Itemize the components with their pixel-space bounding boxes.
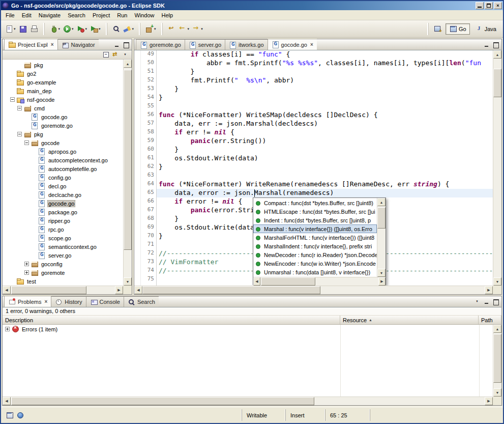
menu-project[interactable]: Project [89, 11, 113, 20]
tree-item-goconfig[interactable]: goconfig [3, 260, 123, 268]
scroll-left-button[interactable]: ◀ [253, 277, 260, 286]
code-line[interactable]: } [157, 94, 493, 102]
menu-run[interactable]: Run [113, 11, 131, 20]
code-line[interactable]: abbr = fmt.Sprintf("%s %s%s", classes[i]… [157, 59, 493, 68]
tree-item-autocompletecontext-go[interactable]: autocompletecontext.go [3, 156, 123, 164]
code-line[interactable]: if classes[i] == "func" { [157, 50, 493, 59]
sidebar-vertical-scrollbar[interactable]: ▲▼ [123, 60, 132, 286]
problems-tab-search[interactable]: Search [124, 296, 159, 307]
dropdown-arrow-icon[interactable]: ▾ [99, 27, 101, 31]
editor-horizontal-scrollbar[interactable]: ◀▶ [134, 286, 493, 294]
toolbar-back-button[interactable]: ▾ [178, 23, 191, 35]
problems-tab-history[interactable]: History [51, 296, 86, 307]
toolbar-external-tools-button[interactable]: ▾ [89, 23, 102, 35]
column-header-description[interactable]: Description [3, 316, 340, 324]
menu-file[interactable]: File [2, 11, 18, 20]
tree-item-pkg[interactable]: pkg [3, 61, 123, 69]
code-line[interactable]: } [157, 163, 493, 172]
tree-item-config-go[interactable]: config.go [3, 173, 123, 182]
scroll-track[interactable] [142, 286, 485, 294]
scroll-up-button[interactable]: ▲ [493, 325, 501, 333]
tree-item-declcache-go[interactable]: declcache.go [3, 190, 123, 199]
code-line[interactable]: fmt.Printf(" %s\n", abbr) [157, 76, 493, 85]
scroll-thumb[interactable] [261, 277, 315, 286]
expand-handle[interactable] [24, 140, 29, 145]
scroll-right-button[interactable]: ▶ [485, 286, 493, 294]
tree-item-scope-go[interactable]: scope.go [3, 234, 123, 242]
scroll-thumb[interactable] [11, 286, 86, 294]
scroll-track[interactable] [11, 397, 485, 405]
tree-item-nsf-gocode[interactable]: nsf-gocode [3, 95, 123, 104]
menu-help[interactable]: Help [158, 11, 177, 20]
scroll-down-button[interactable]: ▼ [493, 388, 501, 397]
scroll-track[interactable] [11, 286, 115, 294]
open-perspective-button[interactable] [433, 23, 443, 35]
current-line[interactable]: data, error := json.Marshal(renamedescs) [157, 189, 493, 197]
editor-maximize-button[interactable] [492, 41, 500, 48]
link-with-editor-icon[interactable] [112, 51, 120, 59]
scroll-left-button[interactable]: ◀ [3, 397, 11, 405]
fast-view-icon[interactable] [6, 411, 14, 419]
tree-item-semanticcontext-go[interactable]: semanticcontext.go [3, 242, 123, 251]
tree-item-pkg[interactable]: pkg [3, 130, 123, 138]
column-header-resource[interactable]: Resource▲ [340, 316, 479, 324]
code-line[interactable]: func (*NiceFormatter) WriteSMap(decldesc… [157, 111, 493, 120]
sidebar-maximize-button[interactable] [122, 41, 130, 48]
autocomplete-item[interactable]: Unmarshal : func(data []uint8, v interfa… [253, 268, 377, 276]
editor-tab-server-go[interactable]: server.go [185, 39, 225, 50]
tree-item-package-go[interactable]: package.go [3, 208, 123, 216]
problems-vertical-scrollbar[interactable]: ▲▼ [493, 325, 501, 397]
scroll-track[interactable] [377, 206, 386, 269]
dropdown-arrow-icon[interactable]: ▾ [58, 27, 61, 31]
toolbar-open-type-button[interactable] [111, 23, 122, 35]
code-line[interactable]: } [157, 146, 493, 154]
editor-vertical-scrollbar[interactable]: ▲▼ [493, 50, 501, 286]
autocomplete-vertical-scrollbar[interactable]: ▲▼ [377, 198, 386, 277]
scroll-down-button[interactable]: ▼ [377, 269, 386, 277]
scroll-track[interactable] [493, 333, 501, 388]
menu-search[interactable]: Search [64, 11, 89, 20]
toolbar-print-button[interactable] [29, 23, 39, 35]
expand-handle[interactable] [24, 262, 29, 266]
line-number-ruler[interactable]: 4950515253545556575859606162636465666768… [141, 50, 157, 286]
scroll-up-button[interactable]: ▲ [493, 50, 501, 59]
tree-item-cmd[interactable]: cmd [3, 104, 123, 112]
problems-tab-problems[interactable]: Problems× [4, 296, 51, 307]
dropdown-arrow-icon[interactable]: ▾ [72, 27, 74, 31]
tree-item-server-go[interactable]: server.go [3, 251, 123, 260]
tree-item-rpc-go[interactable]: rpc.go [3, 225, 123, 234]
scroll-track[interactable] [124, 68, 132, 277]
expand-handle[interactable] [24, 270, 29, 275]
tree-item-goremote[interactable]: goremote [3, 268, 123, 277]
tree-item-main-dep[interactable]: main_dep [3, 87, 123, 95]
toolbar-new-wizard-button[interactable]: ▾ [4, 23, 17, 35]
problems-view-menu-icon[interactable] [473, 298, 482, 305]
code-line[interactable]: if err != nil { [157, 128, 493, 137]
tree-item-gocode-go[interactable]: gocode.go [3, 199, 123, 208]
expand-handle[interactable] [17, 132, 22, 136]
scroll-track[interactable] [260, 277, 378, 286]
tree-item-ripper-go[interactable]: ripper.go [3, 216, 123, 225]
problems-minimize-button[interactable] [483, 298, 491, 305]
scroll-down-button[interactable]: ▼ [493, 277, 501, 286]
autocomplete-item[interactable]: Marshal : func(v interface{}) ([]uint8, … [253, 224, 377, 233]
toolbar-run-last-launched-button[interactable]: ▾ [76, 23, 88, 35]
scroll-thumb[interactable] [493, 69, 501, 97]
autocomplete-item[interactable]: Compact : func(dst *bytes.Buffer, src []… [253, 199, 377, 207]
minimize-window-button[interactable] [476, 2, 484, 9]
code-line[interactable]: func (*NiceFormatter) WriteRename(rename… [157, 180, 493, 189]
problems-tab-console[interactable]: Console [86, 296, 124, 307]
close-tab-icon[interactable]: × [310, 42, 313, 47]
code-line[interactable]: panic(err.String()) [157, 137, 493, 146]
editor-tab-goremote-go[interactable]: goremote.go [136, 39, 185, 50]
problems-row[interactable]: Errors (1 item) [3, 325, 493, 333]
toolbar-debug-button[interactable]: ▾ [49, 23, 62, 35]
workspace-status-icon[interactable] [16, 411, 24, 419]
scroll-down-button[interactable]: ▼ [124, 277, 132, 286]
sidebar-horizontal-scrollbar[interactable]: ◀▶ [3, 286, 123, 294]
scroll-thumb[interactable] [11, 397, 314, 405]
scroll-up-button[interactable]: ▲ [377, 198, 386, 206]
sidebar-minimize-button[interactable] [113, 41, 121, 48]
problems-maximize-button[interactable] [492, 298, 500, 305]
code-line[interactable] [157, 172, 493, 180]
